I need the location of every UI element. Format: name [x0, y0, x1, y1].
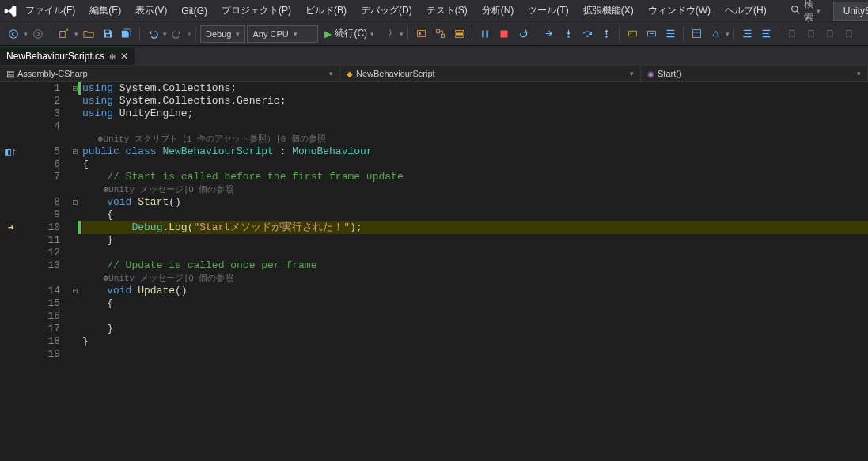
svg-line-1: [797, 11, 799, 13]
stop-button[interactable]: [495, 25, 513, 43]
continue-button[interactable]: ▶続行(C)▾: [320, 25, 379, 43]
codelens-update[interactable]: Unity メッセージ|0 個の参照: [108, 274, 233, 283]
menu-debug[interactable]: デバッグ(D): [354, 1, 419, 21]
nav-member[interactable]: ◉ Start() ▾: [641, 66, 868, 81]
nav-back-button[interactable]: [5, 25, 22, 43]
menu-build[interactable]: ビルド(B): [299, 1, 353, 21]
svg-rect-8: [419, 32, 420, 35]
nav-fwd-button[interactable]: [29, 25, 47, 43]
svg-point-18: [586, 36, 588, 37]
undo-button[interactable]: [144, 25, 161, 43]
class-icon: ◆: [347, 70, 353, 78]
search-label: 検索: [804, 0, 813, 25]
menu-extensions[interactable]: 拡張機能(X): [577, 1, 640, 21]
menu-tools[interactable]: ツール(T): [521, 1, 574, 21]
process-button[interactable]: [412, 25, 430, 43]
format-button-1[interactable]: [738, 25, 756, 43]
stackframe-button[interactable]: [450, 25, 468, 43]
step-over-button[interactable]: [578, 25, 596, 43]
save-button[interactable]: [99, 25, 116, 43]
current-execution-line: Debug.Log("Startメソッドが実行された！");: [82, 221, 868, 234]
svg-rect-23: [692, 30, 700, 38]
unity-button-3[interactable]: [661, 25, 679, 43]
bookmark-button-4[interactable]: [840, 25, 858, 43]
restart-button[interactable]: [514, 25, 532, 43]
tab-strip: NewBehaviourScript.cs ⊕ ✕: [0, 46, 868, 65]
menu-test[interactable]: テスト(S): [420, 1, 474, 21]
navigation-bar: ▤ Assembly-CSharp ▾ ◆ NewBehaviourScript…: [0, 65, 868, 82]
format-button-2[interactable]: [757, 25, 775, 43]
search-box[interactable]: 検索 ▾: [784, 0, 827, 26]
toolbox-button-1[interactable]: [688, 25, 705, 43]
config-dropdown[interactable]: Debug▾: [200, 25, 245, 43]
svg-rect-14: [482, 30, 483, 37]
pin-icon[interactable]: ⊕: [109, 52, 116, 61]
codelens-start[interactable]: Unity メッセージ|0 個の参照: [108, 185, 233, 195]
svg-point-19: [605, 36, 607, 37]
bookmark-button-3[interactable]: [821, 25, 839, 43]
svg-rect-5: [105, 30, 109, 32]
open-file-button[interactable]: [80, 25, 97, 43]
menubar: ファイル(F) 編集(E) 表示(V) Git(G) プロジェクト(P) ビルド…: [0, 0, 868, 22]
assembly-icon: ▤: [6, 69, 14, 79]
svg-rect-13: [455, 36, 463, 37]
save-all-button[interactable]: [118, 25, 135, 43]
menu-analyze[interactable]: 分析(N): [476, 1, 521, 21]
file-tab[interactable]: NewBehaviourScript.cs ⊕ ✕: [0, 47, 135, 65]
code-area[interactable]: using System.Collections; using System.C…: [82, 82, 868, 461]
nav-class-label: NewBehaviourScript: [356, 69, 435, 78]
fold-column: ⊟ ⊟ ⊟ ⊟: [68, 82, 82, 461]
menu-git[interactable]: Git(G): [175, 2, 214, 20]
svg-rect-16: [501, 30, 508, 37]
platform-dropdown[interactable]: Any CPU▾: [247, 25, 318, 43]
line-number-gutter: 1 2 3 4 5 6 7 8 9 10 11 12 13 14 15 16 1…: [22, 82, 68, 461]
svg-rect-20: [628, 31, 636, 36]
new-item-button[interactable]: [55, 25, 73, 43]
method-marker-icon: ◧↑: [0, 145, 22, 158]
menu-help[interactable]: ヘルプ(H): [718, 1, 773, 21]
svg-rect-6: [106, 34, 110, 36]
show-next-stmt-button[interactable]: [540, 25, 558, 43]
svg-rect-7: [417, 30, 425, 36]
tab-filename: NewBehaviourScript.cs: [6, 51, 104, 62]
method-icon: ◉: [647, 70, 654, 78]
pause-button[interactable]: [476, 25, 494, 43]
menu-window[interactable]: ウィンドウ(W): [642, 1, 717, 21]
attach-unity-button[interactable]: [624, 25, 641, 43]
step-out-button[interactable]: [597, 25, 615, 43]
step-into-button[interactable]: [559, 25, 577, 43]
bookmark-button-2[interactable]: [802, 25, 820, 43]
toolbar: ▾ ▾ ▾ ▾ Debug▾ Any CPU▾ ▶続行(C)▾ ▾ ▾: [0, 22, 868, 46]
nav-assembly-label: Assembly-CSharp: [17, 69, 88, 78]
svg-point-17: [567, 36, 569, 37]
nav-member-label: Start(): [658, 69, 682, 78]
bookmark-button-1[interactable]: [783, 25, 801, 43]
nav-assembly[interactable]: ▤ Assembly-CSharp ▾: [0, 66, 340, 81]
svg-rect-11: [455, 30, 463, 32]
svg-point-0: [791, 6, 797, 11]
nav-class[interactable]: ◆ NewBehaviourScript ▾: [340, 66, 641, 81]
svg-rect-12: [455, 33, 463, 35]
svg-point-21: [630, 33, 631, 35]
svg-rect-15: [487, 30, 488, 37]
toolbox-button-2[interactable]: [707, 25, 724, 43]
svg-rect-10: [441, 34, 444, 37]
current-line-arrow-icon: ➜: [0, 221, 22, 234]
redo-button[interactable]: [169, 25, 186, 43]
code-editor[interactable]: ◧↑ ➜ 1 2 3 4 5 6 7 8 9 10 11 12 13 14 15…: [0, 82, 868, 461]
codelens-class[interactable]: Unity スクリプト（1 件のアセット参照）|0 個の参照: [103, 134, 326, 144]
close-tab-icon[interactable]: ✕: [120, 51, 128, 62]
unity-button-2[interactable]: [642, 25, 660, 43]
menu-edit[interactable]: 編集(E): [83, 1, 127, 21]
menu-file[interactable]: ファイル(F): [19, 1, 81, 21]
menu-project[interactable]: プロジェクト(P): [215, 1, 298, 21]
thread-button[interactable]: [431, 25, 449, 43]
vs-logo-icon: [3, 2, 17, 21]
svg-rect-4: [60, 31, 66, 37]
solution-name[interactable]: UnitySample: [833, 2, 868, 21]
glyph-margin: ◧↑ ➜: [0, 82, 22, 461]
hot-reload-button[interactable]: [381, 25, 398, 43]
search-icon: [790, 5, 801, 17]
menu-view[interactable]: 表示(V): [129, 1, 173, 21]
svg-point-2: [9, 29, 18, 38]
